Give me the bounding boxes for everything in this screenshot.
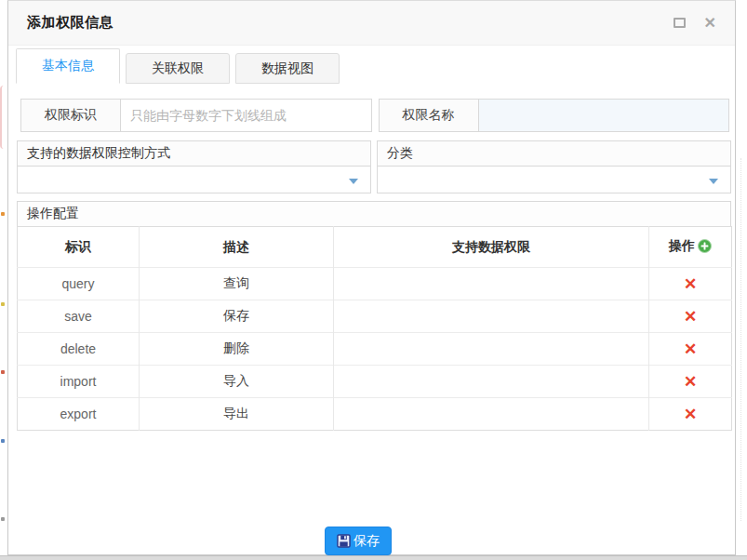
chevron-down-icon [349, 179, 358, 184]
delete-icon: ✕ [684, 308, 697, 326]
op-desc: 查询 [223, 275, 249, 290]
category-select[interactable] [377, 166, 731, 193]
tab-basic-info[interactable]: 基本信息 [16, 48, 120, 84]
op-desc: 删除 [223, 340, 249, 355]
op-action-cell: ✕ [649, 268, 732, 300]
category-label: 分类 [377, 140, 731, 167]
op-id-cell: import [18, 366, 140, 398]
op-action-cell: ✕ [649, 398, 732, 431]
delete-row-button[interactable]: ✕ [680, 276, 700, 292]
table-header-row: 标识 描述 支持数据权限 操作 [18, 227, 732, 268]
op-action-cell: ✕ [649, 300, 732, 333]
table-row: query 查询 ✕ [18, 268, 732, 300]
add-circle-icon [698, 239, 712, 253]
close-button[interactable]: ✕ [704, 16, 716, 31]
op-data-permission-cell [334, 398, 649, 431]
delete-row-button[interactable]: ✕ [680, 374, 700, 390]
table-row: delete 删除 ✕ [18, 333, 732, 366]
op-desc-cell: 保存 [140, 300, 334, 333]
delete-row-button[interactable]: ✕ [680, 309, 700, 325]
delete-icon: ✕ [684, 406, 697, 423]
window-controls: ✕ [674, 16, 716, 31]
text-fields-row: 权限标识 权限名称 [20, 99, 729, 132]
add-permission-dialog: 添加权限信息 ✕ 基本信息 关联权限 数据视图 权限标识 权限名称 [7, 0, 736, 555]
close-icon: ✕ [704, 16, 716, 31]
tab-related-permissions[interactable]: 关联权限 [126, 53, 230, 84]
op-data-permission-cell [334, 366, 649, 398]
table-row: export 导出 ✕ [18, 398, 732, 431]
op-id-cell: save [18, 300, 140, 333]
table-row: save 保存 ✕ [18, 300, 732, 333]
operation-config-title: 操作配置 [27, 206, 79, 222]
background-speck [1, 517, 5, 521]
permission-name-input[interactable] [479, 99, 730, 132]
background-scroll-edge [740, 158, 741, 521]
op-id-cell: export [18, 398, 140, 431]
op-action-cell: ✕ [649, 366, 732, 398]
op-desc-cell: 删除 [140, 333, 334, 366]
permission-id-group: 权限标识 [20, 99, 372, 132]
op-desc: 导出 [223, 406, 249, 420]
header-id: 标识 [18, 227, 140, 268]
op-data-permission-cell [334, 300, 649, 333]
dialog-title: 添加权限信息 [27, 14, 113, 32]
save-button-label: 保存 [353, 533, 380, 550]
data-permission-mode-group: 支持的数据权限控制方式 [17, 140, 371, 193]
op-action-cell: ✕ [649, 333, 732, 366]
background-speck [1, 370, 5, 374]
op-desc-cell: 查询 [140, 268, 334, 300]
operation-table-body: query 查询 ✕ save 保存 ✕ delete 删除 ✕ import … [18, 268, 732, 431]
delete-row-button[interactable]: ✕ [680, 341, 700, 357]
op-data-permission-cell [334, 268, 649, 300]
background-panel-edge [0, 86, 5, 149]
tab-bar: 基本信息 关联权限 数据视图 [8, 46, 735, 84]
op-id: query [61, 276, 94, 291]
tab-data-view[interactable]: 数据视图 [235, 53, 340, 84]
header-desc: 描述 [140, 227, 334, 268]
background-page-bottom [0, 555, 747, 560]
permission-name-label: 权限名称 [379, 99, 479, 132]
data-permission-mode-select[interactable] [17, 166, 371, 193]
maximize-icon [674, 18, 686, 28]
background-speck [1, 439, 5, 443]
select-fields-row: 支持的数据权限控制方式 分类 [17, 140, 731, 193]
permission-id-input[interactable] [121, 99, 372, 132]
op-desc-cell: 导出 [140, 398, 334, 431]
op-id-cell: query [18, 268, 140, 300]
add-operation-button[interactable] [698, 239, 712, 256]
delete-icon: ✕ [684, 275, 697, 293]
op-desc: 导入 [223, 373, 249, 388]
op-id-cell: delete [18, 333, 140, 366]
chevron-down-icon [709, 179, 718, 184]
category-group: 分类 [377, 140, 731, 193]
delete-icon: ✕ [684, 340, 697, 358]
save-button[interactable]: 保存 [325, 527, 392, 555]
op-id: export [60, 407, 97, 421]
op-desc: 保存 [223, 308, 249, 323]
tab-label: 关联权限 [152, 60, 204, 77]
table-row: import 导入 ✕ [18, 366, 732, 398]
op-desc-cell: 导入 [140, 366, 334, 398]
delete-icon: ✕ [684, 373, 697, 391]
permission-name-group: 权限名称 [379, 99, 730, 132]
tab-label: 数据视图 [261, 60, 313, 77]
header-action: 操作 [649, 227, 732, 268]
header-action-label: 操作 [669, 238, 695, 253]
operation-table: 标识 描述 支持数据权限 操作 query 查询 ✕ save 保存 ✕ del… [17, 226, 732, 431]
op-id: save [64, 309, 92, 324]
background-speck [1, 212, 5, 216]
op-data-permission-cell [334, 333, 649, 366]
save-icon [337, 534, 351, 548]
background-speck [1, 302, 5, 306]
delete-row-button[interactable]: ✕ [680, 407, 700, 422]
dialog-titlebar: 添加权限信息 ✕ [8, 1, 735, 46]
operation-config-header: 操作配置 [17, 201, 731, 227]
data-permission-mode-label: 支持的数据权限控制方式 [17, 140, 371, 167]
tab-label: 基本信息 [42, 58, 94, 74]
op-id: delete [60, 341, 96, 356]
maximize-button[interactable] [674, 18, 686, 28]
permission-id-label: 权限标识 [20, 99, 121, 132]
op-id: import [60, 374, 97, 389]
header-data-permission: 支持数据权限 [334, 227, 649, 268]
